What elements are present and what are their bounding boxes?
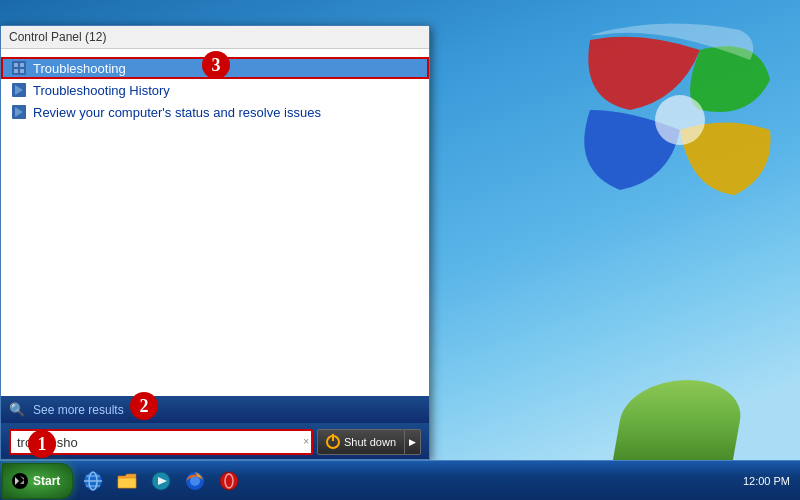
- media-player-icon[interactable]: [145, 465, 177, 497]
- result-troubleshooting-label: Troubleshooting: [33, 61, 126, 76]
- ie-icon[interactable]: [77, 465, 109, 497]
- result-troubleshooting-history[interactable]: Troubleshooting History: [1, 79, 429, 101]
- windows-orb-icon: [11, 472, 29, 490]
- shutdown-arrow-icon: ▶: [409, 437, 416, 447]
- folder-icon[interactable]: [111, 465, 143, 497]
- grass-decoration: [613, 380, 747, 460]
- see-more-results-row: 🔍 See more results: [1, 396, 429, 423]
- control-panel-header: Control Panel (12): [1, 26, 429, 49]
- svg-point-10: [12, 473, 28, 489]
- see-more-label: See more results: [33, 403, 124, 417]
- search-clear-button[interactable]: ×: [303, 437, 309, 447]
- step-badge-2: 2: [130, 392, 158, 420]
- result-review-label: Review your computer's status and resolv…: [33, 105, 321, 120]
- shutdown-main-button[interactable]: Shut down: [317, 429, 405, 455]
- windows-flag-decoration: [560, 20, 780, 250]
- start-menu-content: Control Panel (12) Troubleshooting: [1, 26, 429, 396]
- flag-icon-1: [11, 82, 27, 98]
- flag-icon-2: [11, 104, 27, 120]
- search-area: × Shut down ▶: [1, 423, 429, 459]
- taskbar-right: 12:00 PM: [743, 475, 798, 487]
- start-button[interactable]: Start: [2, 463, 73, 499]
- magnifier-icon: 🔍: [9, 402, 25, 417]
- result-history-label: Troubleshooting History: [33, 83, 170, 98]
- svg-rect-1: [12, 61, 26, 75]
- wrench-icon: [11, 60, 27, 76]
- result-review-status[interactable]: Review your computer's status and resolv…: [1, 101, 429, 123]
- start-menu: Control Panel (12) Troubleshooting: [0, 25, 430, 460]
- step-badge-1: 1: [28, 430, 56, 458]
- start-label: Start: [33, 474, 60, 488]
- see-more-results-link[interactable]: 🔍 See more results: [9, 402, 421, 417]
- taskbar-quick-launch: [77, 465, 245, 497]
- shutdown-arrow-button[interactable]: ▶: [405, 429, 421, 455]
- svg-rect-5: [20, 69, 24, 73]
- opera-icon[interactable]: [213, 465, 245, 497]
- svg-rect-2: [14, 63, 18, 67]
- svg-point-0: [655, 95, 705, 145]
- taskbar: Start: [0, 460, 800, 500]
- desktop: Control Panel (12) Troubleshooting: [0, 0, 800, 500]
- step-badge-3: 3: [202, 51, 230, 79]
- firefox-icon[interactable]: [179, 465, 211, 497]
- svg-rect-4: [14, 69, 18, 73]
- power-icon: [326, 435, 340, 449]
- clock: 12:00 PM: [743, 475, 790, 487]
- shutdown-label: Shut down: [344, 436, 396, 448]
- svg-rect-3: [20, 63, 24, 67]
- control-panel-title: Control Panel (12): [9, 30, 106, 44]
- shutdown-button-group: Shut down ▶: [317, 429, 421, 455]
